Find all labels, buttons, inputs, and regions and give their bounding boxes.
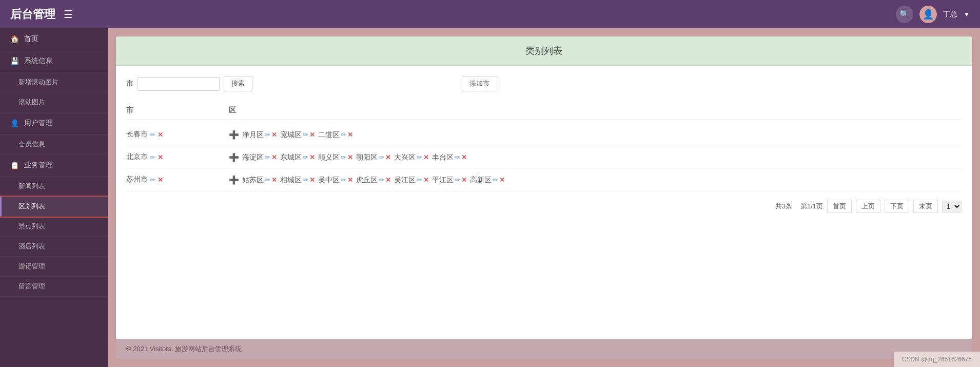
edit-district-icon[interactable]: ✏	[265, 131, 270, 139]
delete-district-icon[interactable]: ✕	[347, 176, 353, 184]
sidebar-item-news[interactable]: 新闻列表	[0, 177, 108, 197]
delete-district-icon[interactable]: ✕	[271, 153, 277, 161]
footer-text: © 2021 Visitors. 旅游网站后台管理系统	[126, 345, 242, 353]
sidebar-user-mgmt[interactable]: 👤 用户管理	[0, 112, 108, 134]
edit-district-icon[interactable]: ✏	[455, 176, 460, 184]
total-count: 共3条	[775, 202, 792, 211]
delete-city-icon[interactable]: ✕	[158, 131, 163, 139]
delete-district-icon[interactable]: ✕	[423, 176, 429, 184]
last-page-button[interactable]: 末页	[913, 200, 938, 213]
edit-district-icon[interactable]: ✏	[379, 153, 384, 161]
edit-city-icon[interactable]: ✏	[150, 131, 155, 139]
delete-district-icon[interactable]: ✕	[271, 131, 277, 139]
header-right: 🔍 👤 丁总 ▼	[896, 6, 970, 23]
hamburger-icon[interactable]: ☰	[64, 8, 73, 21]
footer-right: CSDN @qq_2651626675	[894, 352, 980, 367]
sidebar-item-hotel[interactable]: 酒店列表	[0, 237, 108, 257]
sidebar-slider-label: 滚动图片	[18, 98, 45, 106]
sidebar-item-scenic[interactable]: 景点列表	[0, 217, 108, 237]
district-item: 相城区 ✏ ✕	[280, 176, 315, 185]
city-cell: 苏州市 ✏ ✕	[126, 175, 229, 184]
delete-district-icon[interactable]: ✕	[499, 176, 505, 184]
delete-district-icon[interactable]: ✕	[347, 153, 353, 161]
delete-district-icon[interactable]: ✕	[423, 153, 429, 161]
edit-district-icon[interactable]: ✏	[341, 153, 346, 161]
delete-city-icon[interactable]: ✕	[158, 153, 163, 161]
table-row: 长春市 ✏ ✕➕净月区 ✏ ✕宽城区 ✏ ✕二道区 ✏ ✕	[126, 124, 962, 146]
edit-district-icon[interactable]: ✏	[303, 131, 308, 139]
district-name: 姑苏区	[242, 176, 264, 185]
sidebar-business-mgmt[interactable]: 📋 业务管理	[0, 154, 108, 177]
edit-district-icon[interactable]: ✏	[265, 153, 270, 161]
sidebar-item-tour[interactable]: 游记管理	[0, 257, 108, 277]
sidebar-news-label: 新闻列表	[18, 182, 45, 190]
edit-city-icon[interactable]: ✏	[150, 176, 155, 184]
edit-district-icon[interactable]: ✏	[303, 153, 308, 161]
add-district-button[interactable]: ➕	[229, 130, 239, 140]
edit-city-icon[interactable]: ✏	[150, 153, 155, 161]
first-page-button[interactable]: 首页	[827, 200, 852, 213]
sidebar-add-slider-label: 新增滚动图片	[18, 78, 58, 86]
footer: © 2021 Visitors. 旅游网站后台管理系统	[116, 339, 972, 359]
delete-district-icon[interactable]: ✕	[385, 153, 391, 161]
sidebar-item-add-slider[interactable]: 新增滚动图片	[0, 72, 108, 92]
delete-district-icon[interactable]: ✕	[385, 176, 391, 184]
delete-district-icon[interactable]: ✕	[271, 176, 277, 184]
district-item: 东城区 ✏ ✕	[280, 153, 315, 162]
district-item: 净月区 ✏ ✕	[242, 130, 277, 140]
sidebar-scenic-label: 景点列表	[18, 222, 45, 230]
add-district-button[interactable]: ➕	[229, 152, 239, 162]
sidebar-item-slider[interactable]: 滚动图片	[0, 92, 108, 112]
content-header: 类别列表	[116, 36, 972, 66]
page-select[interactable]: 1	[942, 201, 962, 213]
edit-district-icon[interactable]: ✏	[379, 176, 384, 184]
district-item: 朝阳区 ✏ ✕	[356, 153, 391, 162]
user-icon: 👤	[10, 119, 19, 127]
district-item: 吴江区 ✏ ✕	[394, 176, 429, 185]
edit-district-icon[interactable]: ✏	[417, 176, 422, 184]
district-name: 吴江区	[394, 176, 416, 185]
sidebar-message-label: 留言管理	[18, 282, 45, 290]
next-page-button[interactable]: 下页	[885, 200, 909, 213]
city-name: 长春市	[126, 130, 148, 139]
edit-district-icon[interactable]: ✏	[455, 153, 460, 161]
header: 后台管理 ☰ 🔍 👤 丁总 ▼	[0, 0, 980, 28]
delete-district-icon[interactable]: ✕	[309, 153, 315, 161]
district-name: 海淀区	[242, 153, 264, 162]
edit-district-icon[interactable]: ✏	[493, 176, 498, 184]
city-name: 苏州市	[126, 175, 148, 184]
search-button[interactable]: 搜索	[224, 76, 252, 91]
sidebar-user-mgmt-label: 用户管理	[24, 119, 53, 128]
add-district-button[interactable]: ➕	[229, 175, 239, 185]
sidebar-item-member[interactable]: 会员信息	[0, 134, 108, 154]
district-cell: ➕姑苏区 ✏ ✕相城区 ✏ ✕吴中区 ✏ ✕虎丘区 ✏ ✕吴江区 ✏ ✕平江区 …	[229, 175, 962, 185]
delete-district-icon[interactable]: ✕	[461, 176, 467, 184]
sidebar-system-info[interactable]: 💾 系统信息	[0, 50, 108, 72]
district-item: 虎丘区 ✏ ✕	[356, 176, 391, 185]
delete-district-icon[interactable]: ✕	[309, 176, 315, 184]
edit-district-icon[interactable]: ✏	[303, 176, 308, 184]
header-search-button[interactable]: 🔍	[896, 6, 913, 23]
col-city-header: 市	[126, 106, 229, 115]
sidebar-item-message[interactable]: 留言管理	[0, 277, 108, 297]
delete-district-icon[interactable]: ✕	[347, 131, 353, 139]
edit-district-icon[interactable]: ✏	[341, 131, 346, 139]
district-item: 顺义区 ✏ ✕	[318, 153, 353, 162]
delete-district-icon[interactable]: ✕	[461, 153, 467, 161]
district-name: 净月区	[242, 130, 264, 140]
edit-district-icon[interactable]: ✏	[417, 153, 422, 161]
search-input[interactable]	[138, 77, 220, 91]
edit-district-icon[interactable]: ✏	[265, 176, 270, 184]
delete-city-icon[interactable]: ✕	[158, 176, 163, 184]
prev-page-button[interactable]: 上页	[856, 200, 880, 213]
delete-district-icon[interactable]: ✕	[309, 131, 315, 139]
district-name: 平江区	[432, 176, 454, 185]
pagination: 共3条 第1/1页 首页 上页 下页 末页 1	[126, 191, 962, 215]
sidebar-item-home[interactable]: 🏠 首页	[0, 28, 108, 50]
edit-district-icon[interactable]: ✏	[341, 176, 346, 184]
user-name[interactable]: 丁总	[943, 10, 957, 19]
sidebar-item-district[interactable]: 区划列表	[0, 197, 108, 217]
user-dropdown-icon[interactable]: ▼	[964, 11, 970, 18]
district-name: 丰台区	[432, 153, 454, 162]
add-city-button[interactable]: 添加市	[462, 76, 497, 91]
